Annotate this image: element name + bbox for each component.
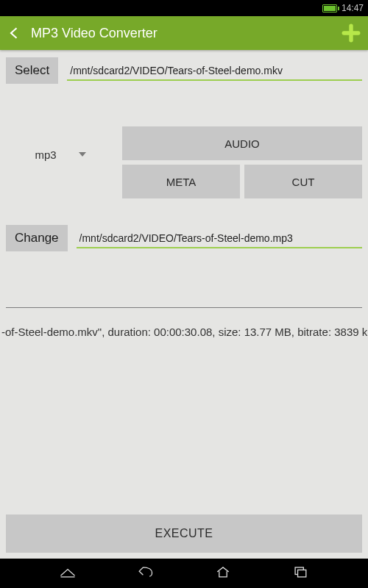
nav-recents-icon[interactable]: [291, 564, 310, 582]
app-bar: MP3 Video Converter: [0, 16, 368, 50]
source-row: Select: [6, 57, 362, 84]
status-bar: 14:47: [0, 0, 368, 16]
format-selected: mp3: [35, 148, 56, 161]
back-button[interactable]: [7, 26, 22, 40]
media-info-line: -of-Steel-demo.mkv", duration: 00:00:30.…: [0, 326, 368, 338]
chevron-down-icon: [79, 152, 86, 157]
meta-button[interactable]: META: [122, 165, 240, 198]
source-path-input[interactable]: [67, 60, 362, 81]
format-spinner[interactable]: mp3: [6, 140, 115, 169]
cut-button[interactable]: CUT: [244, 165, 362, 198]
select-button[interactable]: Select: [6, 57, 58, 84]
change-button[interactable]: Change: [6, 225, 68, 251]
status-time: 14:47: [342, 3, 364, 13]
execute-button[interactable]: EXECUTE: [6, 514, 362, 553]
divider: [6, 307, 362, 308]
dest-path-input[interactable]: [77, 228, 362, 248]
app-title: MP3 Video Converter: [31, 26, 333, 41]
battery-icon: [322, 4, 337, 12]
audio-button[interactable]: AUDIO: [122, 126, 362, 160]
nav-back-icon[interactable]: [135, 564, 155, 582]
svg-rect-1: [297, 570, 305, 577]
content-area: Select mp3 AUDIO META CUT Change -of-Ste…: [0, 50, 368, 559]
format-row: mp3 AUDIO META CUT: [6, 126, 362, 198]
add-button[interactable]: [342, 24, 361, 43]
dest-row: Change: [6, 225, 362, 251]
system-nav-bar: [0, 559, 368, 588]
options-panel: AUDIO META CUT: [122, 126, 362, 198]
nav-menu-icon[interactable]: [58, 564, 77, 582]
nav-home-icon[interactable]: [213, 564, 233, 582]
